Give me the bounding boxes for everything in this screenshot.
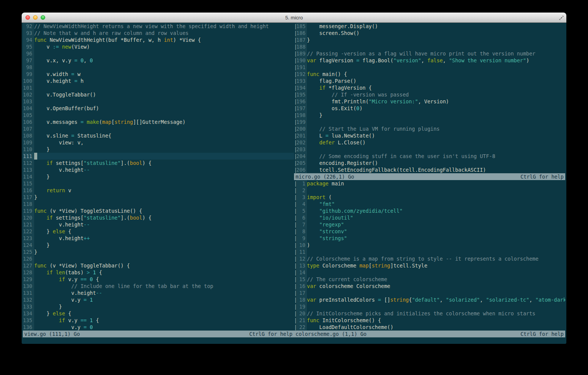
code-line[interactable]: |1package main: [294, 180, 565, 187]
code-line[interactable]: |20// InitColorscheme picks and initiali…: [294, 310, 565, 317]
code-line[interactable]: |191: [294, 64, 565, 71]
code-line[interactable]: 118: [23, 201, 294, 207]
code-line[interactable]: 116 return v: [23, 187, 294, 194]
code-line[interactable]: 103: [23, 98, 294, 105]
code-line[interactable]: 121 v.height--: [23, 221, 294, 228]
code-line[interactable]: |21func InitColorscheme() {: [294, 317, 565, 324]
editor-pane-micro-go[interactable]: |185 messenger.Display()|186 screen.Show…: [294, 23, 565, 173]
code-line[interactable]: 100 v.height = h: [23, 78, 294, 84]
code-line[interactable]: |22 LoadDefaultColorscheme(): [294, 324, 565, 331]
code-line[interactable]: |206 tcell.SetEncodingFallback(tcell.Enc…: [294, 166, 565, 173]
code-line[interactable]: |2: [294, 187, 565, 194]
code-line[interactable]: 97 v.x, v.y = 0, 0: [23, 57, 294, 64]
editor-pane-colorscheme-go[interactable]: |1package main|2|3import (|4 "fmt"|5 "gi…: [294, 180, 565, 331]
code-line[interactable]: |188: [294, 43, 565, 50]
code-line[interactable]: 124 }: [23, 242, 294, 248]
code-line[interactable]: 96: [23, 50, 294, 57]
code-line[interactable]: 101: [23, 84, 294, 91]
code-line[interactable]: 95 v := new(View): [23, 43, 294, 50]
code-line[interactable]: 134 } else {: [23, 310, 294, 317]
statusbar-help-hint: CtrlG for help: [249, 331, 292, 337]
code-line[interactable]: 113 v.height--: [23, 166, 294, 173]
code-line[interactable]: |12// Colorscheme is a map from string t…: [294, 255, 565, 262]
code-line[interactable]: |201 L = lua.NewState(): [294, 132, 565, 139]
code-line[interactable]: |9 "strings": [294, 235, 565, 242]
code-line[interactable]: |14: [294, 269, 565, 276]
code-line[interactable]: |5 "github.com/zyedidia/tcell": [294, 207, 565, 214]
code-line[interactable]: 115: [23, 180, 294, 187]
code-line[interactable]: |13type Colorscheme map[string]tcell.Sty…: [294, 262, 565, 269]
code-line[interactable]: |15// The current colorscheme: [294, 276, 565, 283]
command-line[interactable]: [23, 337, 565, 344]
minimize-button[interactable]: [33, 15, 38, 20]
close-button[interactable]: [25, 15, 30, 20]
code-line[interactable]: 112 if settings["statusline"].(bool) {: [23, 160, 294, 166]
editor-pane-view-go[interactable]: 92// NewViewWidthHeight returns a new vi…: [23, 23, 294, 331]
code-line[interactable]: 117}: [23, 194, 294, 201]
code-line[interactable]: |8 "strconv": [294, 228, 565, 235]
code-line[interactable]: |185 messenger.Display(): [294, 23, 565, 30]
code-line[interactable]: |195 // If -version was passed: [294, 91, 565, 98]
code-line[interactable]: 93// Note that w and h are raw column an…: [23, 30, 294, 36]
code-line[interactable]: |190var flagVersion = flag.Bool("version…: [294, 57, 565, 64]
code-line[interactable]: 135 if v.y == 1 {: [23, 317, 294, 324]
code-line[interactable]: 109 view: v,: [23, 139, 294, 146]
code-line[interactable]: |202 defer L.Close(): [294, 139, 565, 146]
code-line[interactable]: |198 }: [294, 112, 565, 119]
code-line[interactable]: 130 // Include one line for the tab bar …: [23, 283, 294, 290]
code-line[interactable]: |11: [294, 248, 565, 255]
code-line[interactable]: 107: [23, 125, 294, 132]
title-bar[interactable]: 5. micro: [22, 13, 566, 23]
code-line[interactable]: 128 if len(tabs) > 1 {: [23, 269, 294, 276]
code-line[interactable]: |17: [294, 290, 565, 296]
code-line[interactable]: |205 encoding.Register(): [294, 160, 565, 166]
code-line[interactable]: |203: [294, 146, 565, 153]
code-line[interactable]: 92// NewViewWidthHeight returns a new vi…: [23, 23, 294, 30]
code-line[interactable]: |194 if *flagVersion {: [294, 84, 565, 91]
code-line[interactable]: 133 }: [23, 303, 294, 310]
code-line[interactable]: 123 v.height++: [23, 235, 294, 242]
code-line[interactable]: 110 }: [23, 146, 294, 153]
code-line[interactable]: |6 "io/ioutil": [294, 214, 565, 221]
code-line[interactable]: |193 flag.Parse(): [294, 78, 565, 84]
code-line[interactable]: |18var preInstalledColors = []string{"de…: [294, 296, 565, 303]
zoom-button[interactable]: [41, 15, 45, 20]
code-line[interactable]: 105: [23, 112, 294, 119]
line-number: 17: [296, 290, 307, 296]
code-line[interactable]: |186 screen.Show(): [294, 30, 565, 36]
code-line[interactable]: 111: [23, 153, 294, 160]
code-line[interactable]: 119func (v *View) ToggleStatusLine() {: [23, 207, 294, 214]
code-line[interactable]: |19: [294, 303, 565, 310]
code-line[interactable]: |199: [294, 119, 565, 125]
code-line[interactable]: 131 v.height--: [23, 290, 294, 296]
code-line[interactable]: 94func NewViewWidthHeight(buf *Buffer, w…: [23, 36, 294, 43]
code-line[interactable]: 108 v.sline = Statusline{: [23, 132, 294, 139]
code-line[interactable]: |4 "fmt": [294, 201, 565, 207]
code-line[interactable]: |10): [294, 242, 565, 248]
code-line[interactable]: 102 v.ToggleTabbar(): [23, 91, 294, 98]
code-line[interactable]: 114 }: [23, 173, 294, 180]
code-line[interactable]: 122 } else {: [23, 228, 294, 235]
fullscreen-icon[interactable]: [559, 15, 564, 20]
code-line[interactable]: |197 os.Exit(0): [294, 105, 565, 112]
code-line[interactable]: 104 v.OpenBuffer(buf): [23, 105, 294, 112]
code-line[interactable]: |16var colorscheme Colorscheme: [294, 283, 565, 290]
code-line[interactable]: |7 "regexp": [294, 221, 565, 228]
code-line[interactable]: 106 v.messages = make(map[string][]Gutte…: [23, 119, 294, 125]
code-line[interactable]: |189// Passing -version as a flag will h…: [294, 50, 565, 57]
code-line[interactable]: |192func main() {: [294, 71, 565, 78]
code-line[interactable]: 125}: [23, 248, 294, 255]
code-line[interactable]: |196 fmt.Println("Micro version:", Versi…: [294, 98, 565, 105]
code-line[interactable]: 120 if settings["statusline"].(bool) {: [23, 214, 294, 221]
code-line[interactable]: 126: [23, 255, 294, 262]
code-line[interactable]: |204 // Some encoding stuff in case the …: [294, 153, 565, 160]
code-line[interactable]: |200 // Start the Lua VM for running plu…: [294, 125, 565, 132]
code-line[interactable]: 98: [23, 64, 294, 71]
code-line[interactable]: 127func (v *View) ToggleTabbar() {: [23, 262, 294, 269]
code-line[interactable]: 136 v.y = 0: [23, 324, 294, 331]
code-line[interactable]: 129 if v.y == 0 {: [23, 276, 294, 283]
code-line[interactable]: 132 v.y = 1: [23, 296, 294, 303]
code-line[interactable]: |187}: [294, 36, 565, 43]
code-line[interactable]: |3import (: [294, 194, 565, 201]
code-line[interactable]: 99 v.width = w: [23, 71, 294, 78]
